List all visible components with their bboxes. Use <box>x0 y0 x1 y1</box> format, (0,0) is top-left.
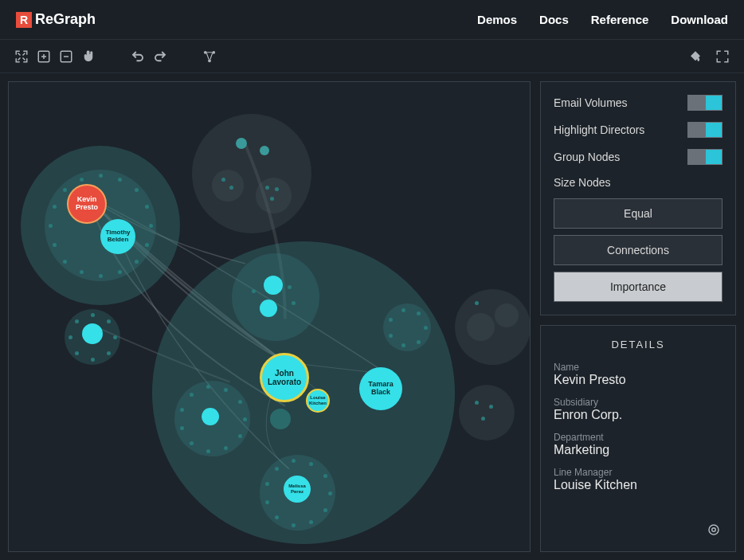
detail-value-manager: Louise Kitchen <box>554 478 722 492</box>
fill-icon[interactable] <box>687 48 704 65</box>
svg-point-5 <box>712 528 716 532</box>
pan-icon[interactable] <box>80 48 97 65</box>
node-john-lavorato[interactable]: John Lavorato <box>260 353 309 402</box>
node-melissa-perez[interactable]: Melissa Perez <box>284 476 311 503</box>
option-label: Group Nodes <box>554 151 620 163</box>
svg-point-4 <box>208 59 211 62</box>
size-importance-button[interactable]: Importance <box>554 272 722 302</box>
zoom-in-icon[interactable] <box>35 48 53 65</box>
cluster-group[interactable]: Kevin Presto Timothy Belden <box>21 146 180 305</box>
graph-node[interactable] <box>270 409 291 429</box>
detail-label: Subsidiary <box>554 397 722 408</box>
detail-value-department: Marketing <box>554 443 722 457</box>
size-connections-button[interactable]: Connections <box>554 235 722 265</box>
fullscreen-icon[interactable] <box>714 48 731 65</box>
node-timothy-belden[interactable]: Timothy Belden <box>100 219 135 254</box>
detail-value-name: Kevin Presto <box>554 373 722 387</box>
graph-node[interactable] <box>260 300 277 317</box>
redo-icon[interactable] <box>151 48 169 65</box>
undo-icon[interactable] <box>129 48 147 65</box>
nav-download[interactable]: Download <box>671 13 728 26</box>
logo-text: ReGraph <box>35 11 96 28</box>
detail-value-subsidiary: Enron Corp. <box>554 408 722 422</box>
cluster-group[interactable] <box>65 309 120 365</box>
detail-label: Department <box>554 432 722 443</box>
cluster-group[interactable] <box>459 385 515 441</box>
cluster-group[interactable] <box>383 303 431 351</box>
layout-icon[interactable] <box>201 48 218 65</box>
node-louise-kitchen[interactable]: Louise Kitchen <box>306 389 330 413</box>
graph-node[interactable] <box>202 408 219 425</box>
option-label: Highlight Directors <box>554 123 644 136</box>
toolbar <box>0 40 744 73</box>
logo[interactable]: R ReGraph <box>16 11 96 28</box>
node-tamara-black[interactable]: Tamara Black <box>359 367 402 410</box>
graph-node[interactable] <box>82 323 103 344</box>
nav-docs[interactable]: Docs <box>539 13 569 26</box>
toggle-group-nodes[interactable] <box>687 149 722 165</box>
toggle-highlight-directors[interactable] <box>687 122 722 138</box>
size-equal-button[interactable]: Equal <box>554 198 722 229</box>
cluster-group[interactable] <box>455 289 531 365</box>
node-kevin-presto[interactable]: Kevin Presto <box>67 184 107 224</box>
size-nodes-label: Size Nodes <box>554 176 722 189</box>
nav: Demos Docs Reference Download <box>477 13 728 26</box>
gear-icon[interactable] <box>705 521 722 538</box>
details-title: DETAILS <box>554 339 722 350</box>
cluster-group[interactable] <box>192 114 311 233</box>
option-label: Email Volumes <box>554 96 628 109</box>
toggle-email-volumes[interactable] <box>687 95 722 111</box>
graph-canvas[interactable]: Kevin Presto Timothy Belden John Lavorat <box>8 81 531 552</box>
zoom-out-icon[interactable] <box>57 48 75 65</box>
nav-reference[interactable]: Reference <box>591 13 649 26</box>
cluster-main[interactable]: John Lavorato Louise Kitchen Tamara Blac… <box>152 241 455 544</box>
cluster-group[interactable] <box>174 381 250 456</box>
fit-view-icon[interactable] <box>13 48 30 65</box>
logo-icon: R <box>16 12 32 28</box>
nav-demos[interactable]: Demos <box>477 13 517 26</box>
graph-node[interactable] <box>264 276 283 295</box>
cluster-group[interactable]: Melissa Perez <box>260 455 335 531</box>
detail-label: Line Manager <box>554 467 722 478</box>
details-panel: DETAILS Name Kevin Presto Subsidiary Enr… <box>540 325 736 552</box>
svg-point-6 <box>709 525 719 535</box>
detail-label: Name <box>554 362 722 373</box>
options-panel: Email Volumes Highlight Directors Group … <box>540 81 736 315</box>
